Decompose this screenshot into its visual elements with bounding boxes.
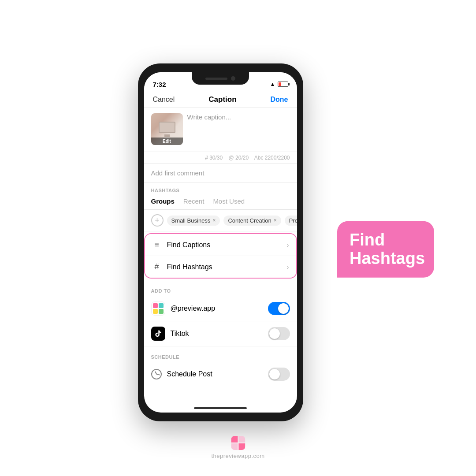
toggle-knob bbox=[278, 303, 289, 314]
callout-bubble: Find Hashtags bbox=[337, 221, 434, 278]
schedule-toggle-knob bbox=[269, 369, 280, 379]
chip-presets[interactable]: Presets bbox=[285, 216, 297, 226]
find-hashtags-label: Find Hashtags bbox=[167, 263, 282, 271]
screen-content: 7:32 ▲ Cancel Caption bbox=[144, 72, 297, 413]
status-icons: ▲ bbox=[270, 81, 288, 87]
schedule-section-label: SCHEDULE bbox=[144, 349, 297, 362]
hashtag-icon: # bbox=[152, 262, 162, 271]
schedule-row: Schedule Post bbox=[144, 362, 297, 386]
notch-camera bbox=[231, 76, 235, 81]
tiktok-toggle[interactable] bbox=[268, 327, 290, 340]
page-wrapper: 7:32 ▲ Cancel Caption bbox=[0, 0, 476, 476]
tiktok-row: Tiktok bbox=[144, 321, 297, 346]
caption-input-area[interactable]: Write caption... bbox=[187, 113, 290, 146]
first-comment-placeholder: Add first comment bbox=[151, 169, 205, 177]
first-comment-field[interactable]: Add first comment bbox=[144, 164, 297, 182]
chevron-right-icon: › bbox=[287, 242, 289, 249]
mention-counter: @ 20/20 bbox=[229, 155, 249, 161]
notch-speaker bbox=[205, 78, 227, 80]
nav-bar: Cancel Caption Done bbox=[144, 92, 297, 108]
add-to-section: ADD TO @preview.app bbox=[144, 280, 297, 346]
tab-recent[interactable]: Recent bbox=[183, 197, 205, 205]
char-counter: Abc 2200/2200 bbox=[254, 155, 290, 161]
find-captions-row[interactable]: ≡ Find Captions › bbox=[145, 234, 296, 256]
caption-thumbnail[interactable]: Edit bbox=[151, 113, 183, 145]
chip-content-creation[interactable]: Content Creation × bbox=[223, 216, 281, 226]
battery-fill bbox=[279, 82, 281, 86]
chip-remove-icon[interactable]: × bbox=[274, 217, 277, 223]
tiktok-toggle-knob bbox=[269, 328, 280, 339]
battery-icon bbox=[278, 82, 288, 87]
hashtags-section-label: HASHTAGS bbox=[144, 182, 297, 196]
callout-line1: Find bbox=[350, 231, 422, 249]
preview-app-row: @preview.app bbox=[144, 296, 297, 321]
clock-hand-minute bbox=[156, 374, 160, 375]
thumb-stand bbox=[164, 134, 170, 137]
edit-label[interactable]: Edit bbox=[151, 138, 183, 145]
schedule-section: SCHEDULE Schedule Post bbox=[144, 346, 297, 386]
preview-app-icon bbox=[151, 301, 165, 316]
brand-cell-3 bbox=[231, 443, 238, 450]
schedule-post-label: Schedule Post bbox=[167, 370, 263, 378]
find-captions-label: Find Captions bbox=[167, 241, 282, 249]
tab-most-used[interactable]: Most Used bbox=[213, 197, 245, 205]
callout-line2: Hashtags bbox=[350, 249, 422, 268]
done-button[interactable]: Done bbox=[271, 96, 288, 104]
clock-icon bbox=[151, 369, 162, 379]
schedule-toggle[interactable] bbox=[268, 368, 290, 381]
chip-label: Presets bbox=[289, 217, 297, 224]
tiktok-icon bbox=[151, 327, 165, 341]
tiktok-label: Tiktok bbox=[171, 330, 263, 338]
caption-placeholder: Write caption... bbox=[187, 113, 231, 121]
wifi-icon: ▲ bbox=[270, 81, 275, 87]
lines-icon: ≡ bbox=[152, 240, 162, 249]
branding-area: thepreviewapp.com bbox=[211, 436, 264, 459]
caption-area: Edit Write caption... bbox=[144, 108, 297, 152]
grid-cell-yellow bbox=[153, 309, 158, 314]
find-section: ≡ Find Captions › # Find Hashtags › bbox=[144, 233, 297, 279]
tab-groups[interactable]: Groups bbox=[151, 197, 175, 205]
hashtag-counter: # 30/30 bbox=[205, 155, 223, 161]
brand-logo bbox=[231, 436, 245, 450]
chevron-right-icon-2: › bbox=[287, 264, 289, 271]
brand-cell-1 bbox=[231, 436, 238, 443]
hashtag-tabs: Groups Recent Most Used bbox=[144, 196, 297, 210]
find-hashtags-row[interactable]: # Find Hashtags › bbox=[145, 256, 296, 278]
chip-label: Small Business bbox=[171, 217, 211, 224]
grid-cell-green bbox=[159, 309, 164, 314]
chip-label: Content Creation bbox=[228, 217, 271, 224]
grid-cell-teal bbox=[159, 303, 164, 308]
preview-app-toggle[interactable] bbox=[268, 302, 290, 315]
brand-url: thepreviewapp.com bbox=[211, 453, 264, 459]
phone-shell: 7:32 ▲ Cancel Caption bbox=[138, 63, 303, 421]
status-bar: 7:32 ▲ bbox=[144, 72, 297, 92]
hashtag-chips-row: + Small Business × Content Creation × Pr… bbox=[144, 210, 297, 231]
counter-row: # 30/30 @ 20/20 Abc 2200/2200 bbox=[144, 152, 297, 164]
chip-small-business[interactable]: Small Business × bbox=[167, 216, 220, 226]
status-time: 7:32 bbox=[153, 81, 166, 88]
brand-cell-4 bbox=[238, 443, 245, 450]
plus-icon: + bbox=[155, 216, 160, 224]
grid-cell-pink bbox=[153, 303, 158, 308]
add-chip-button[interactable]: + bbox=[151, 214, 164, 227]
cancel-button[interactable]: Cancel bbox=[153, 96, 175, 104]
chip-remove-icon[interactable]: × bbox=[212, 217, 216, 223]
preview-app-label: @preview.app bbox=[171, 305, 263, 312]
brand-cell-2 bbox=[238, 436, 245, 443]
thumb-monitor bbox=[159, 122, 175, 133]
phone-screen: 7:32 ▲ Cancel Caption bbox=[144, 72, 297, 413]
notch bbox=[192, 72, 249, 85]
home-indicator bbox=[144, 404, 297, 413]
home-bar bbox=[194, 407, 247, 409]
add-to-label: ADD TO bbox=[144, 283, 297, 296]
nav-title: Caption bbox=[208, 95, 236, 104]
